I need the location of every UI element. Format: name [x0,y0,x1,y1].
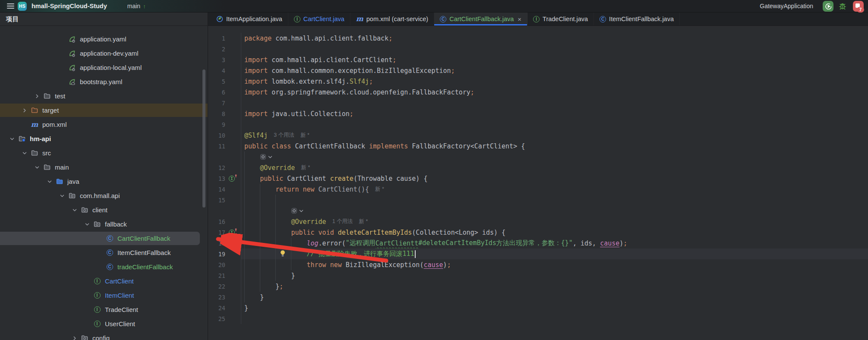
code-content[interactable] [241,119,868,130]
chevron-down-icon[interactable] [69,205,80,215]
code-line-15[interactable]: 15 [208,195,868,205]
code-content[interactable]: import java.util.Collection; [241,108,868,119]
chevron-down-icon[interactable] [44,176,55,187]
chevron-right-icon[interactable] [19,105,30,116]
run-button[interactable] [823,1,833,12]
run-configuration-selector[interactable]: GatewayApplication [757,3,816,9]
code-line-19[interactable]: 19 // 批量删除失败，进行事务回滚111 [208,249,868,259]
tree-item-ItemClient[interactable]: IItemClient [0,288,208,302]
code-content[interactable] [241,313,868,324]
tree-item-hm-api[interactable]: hm-api [0,132,208,146]
code-content[interactable]: @Slf4j3 个用法新 * [241,130,868,141]
tab-ItemApplication.java[interactable]: ItemApplication.java [211,13,288,25]
tree-item-target[interactable]: target [0,103,208,117]
code-content[interactable]: // 批量删除失败，进行事务回滚111 [241,249,868,259]
code-line-4[interactable]: 4import com.hmall.common.exception.BizIl… [208,65,868,76]
tree-item-tradeClientFallback[interactable]: CtradeClientFallback [0,260,208,274]
debug-button[interactable] [837,1,848,12]
inlay-hint[interactable]: 新 * [375,186,384,193]
code-content[interactable]: import lombok.extern.slf4j.Slf4j; [241,76,868,87]
tab-CartClient.java[interactable]: ICartClient.java [288,13,350,25]
chevron-down-icon[interactable] [19,148,30,158]
implement-gutter-icon[interactable]: I↑ [225,230,238,236]
inlay-hint[interactable]: 新 * [301,164,310,171]
code-content[interactable]: public void deleteCartItemByIds(Collecti… [241,227,868,238]
tab-ItemClientFallback.java[interactable]: CItemClientFallback.java [594,13,680,25]
code-content[interactable]: return new CartClient(){新 * [241,184,868,195]
code-vision-row[interactable] [208,151,868,162]
code-line-25[interactable]: 25 [208,313,868,324]
project-scrollbar[interactable] [202,69,205,208]
code-content[interactable]: import com.hmall.common.exception.BizIll… [241,65,868,76]
code-content[interactable]: import com.hmall.api.client.CartClient; [241,54,868,65]
tree-item-application-dev.yaml[interactable]: application-dev.yaml [0,46,208,60]
inlay-hint[interactable]: 3 个用法 [274,132,294,139]
tree-item-application-local.yaml[interactable]: application-local.yaml [0,60,208,75]
code-content[interactable] [241,195,868,205]
code-line-17[interactable]: 17I↑ public void deleteCartItemByIds(Col… [208,227,868,238]
code-line-7[interactable]: 7 [208,98,868,108]
code-line-21[interactable]: 21 } [208,270,868,281]
code-vision-widget[interactable] [291,208,304,214]
tree-item-CartClient[interactable]: ICartClient [0,274,208,288]
code-content[interactable]: }; [241,281,868,292]
code-editor[interactable]: 1package com.hmall.api.client.fallback;2… [208,26,868,340]
code-line-5[interactable]: 5import lombok.extern.slf4j.Slf4j; [208,76,868,87]
code-line-11[interactable]: 11public class CartClientFallback implem… [208,141,868,151]
tree-item-fallback[interactable]: fallback [0,217,208,231]
code-content[interactable]: @Override新 * [241,162,868,173]
code-content[interactable]: import org.springframework.cloud.openfei… [241,87,868,98]
code-line-6[interactable]: 6import org.springframework.cloud.openfe… [208,87,868,98]
code-content[interactable]: log.error("远程调用CartClientt#deleteCartIte… [241,238,868,249]
inlay-hint[interactable]: 新 * [300,132,309,139]
code-content[interactable]: @Override1 个用法新 * [241,216,868,227]
tree-item-bootstrap.yaml[interactable]: bootstrap.yaml [0,75,208,89]
code-content[interactable]: } [241,292,868,302]
code-line-22[interactable]: 22 }; [208,281,868,292]
tree-item-com.hmall.api[interactable]: com.hmall.api [0,189,208,203]
tree-item-main[interactable]: main [0,160,208,174]
tree-item-CartClientFallback[interactable]: CCartClientFallback [0,231,208,246]
implement-gutter-icon[interactable]: I↑ [225,176,238,182]
code-vision-row[interactable] [208,205,868,216]
code-line-10[interactable]: 10@Slf4j3 个用法新 * [208,130,868,141]
code-content[interactable]: throw new BizIllegalException(cause); [241,259,868,270]
tree-item-ItemClientFallback[interactable]: CItemClientFallback [0,246,208,260]
project-panel-header[interactable]: 项目 [0,13,208,26]
code-line-1[interactable]: 1package com.hmall.api.client.fallback; [208,33,868,44]
code-line-16[interactable]: 16 @Override1 个用法新 * [208,216,868,227]
code-line-9[interactable]: 9 [208,119,868,130]
code-content[interactable] [241,98,868,108]
chevron-right-icon[interactable] [32,91,42,101]
code-vision-widget[interactable] [260,154,273,160]
project-name[interactable]: hmall-SpringCloud-Study [32,3,107,9]
tab-pom.xml (cart-service)[interactable]: mpom.xml (cart-service) [350,13,434,25]
code-content[interactable] [241,205,868,216]
code-content[interactable]: package com.hmall.api.client.fallback; [241,33,868,44]
code-line-14[interactable]: 14 return new CartClient(){新 * [208,184,868,195]
tab-TradeClient.java[interactable]: ITradeClient.java [527,13,594,25]
tree-item-src[interactable]: src [0,146,208,160]
tree-item-application.yaml[interactable]: application.yaml [0,32,208,46]
bulb-icon[interactable] [280,250,286,259]
tree-item-java[interactable]: java [0,174,208,189]
implement-gutter-icon[interactable]: I↑ [229,176,235,182]
chevron-down-icon[interactable] [7,134,17,144]
inlay-hint[interactable]: 新 * [359,218,368,225]
code-line-13[interactable]: 13I↑ public CartClient create(Throwable … [208,173,868,184]
close-icon[interactable]: × [518,16,521,22]
code-line-12[interactable]: 12 @Override新 * [208,162,868,173]
tree-item-UserClient[interactable]: IUserClient [0,317,208,331]
code-line-18[interactable]: 18 log.error("远程调用CartClientt#deleteCart… [208,238,868,249]
tab-CartClientFallback.java[interactable]: CCartClientFallback.java× [434,13,527,25]
tree-item-test[interactable]: test [0,89,208,103]
git-branch-widget[interactable]: main ↑ [125,3,148,9]
code-content[interactable]: public CartClient create(Throwable cause… [241,173,868,184]
chevron-down-icon[interactable] [82,219,92,230]
chevron-right-icon[interactable] [69,333,80,340]
code-line-24[interactable]: 24} [208,302,868,313]
code-content[interactable]: public class CartClientFallback implemen… [241,141,868,151]
code-content[interactable]: } [241,302,868,313]
chevron-down-icon[interactable] [57,191,67,201]
tree-item-client[interactable]: client [0,203,208,217]
